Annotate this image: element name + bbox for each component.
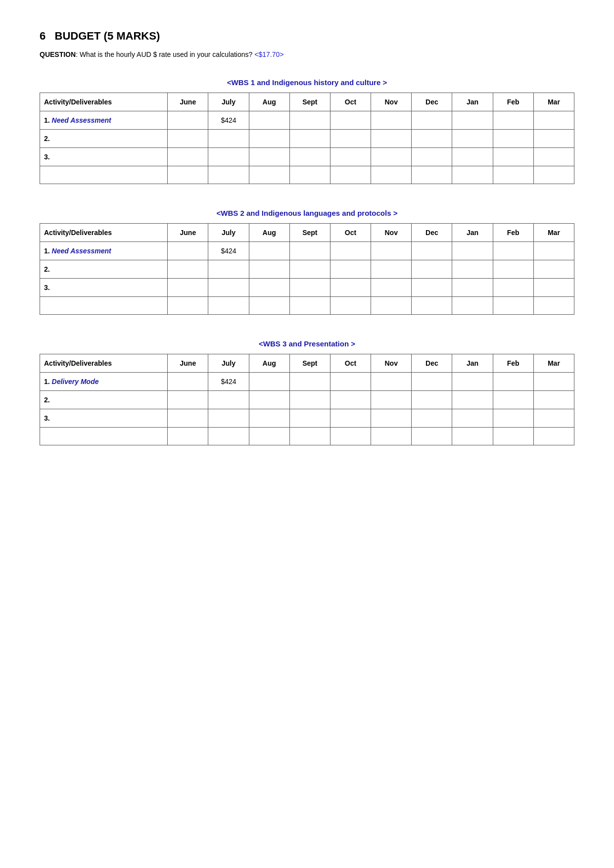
cell-3-4 — [330, 297, 371, 315]
cell-2-7 — [452, 279, 493, 297]
col-header-7: Dec — [412, 354, 452, 373]
cell-2-6 — [412, 409, 452, 428]
row-activity-2: 3. — [40, 279, 168, 297]
cell-0-0 — [168, 242, 208, 260]
cell-1-2 — [249, 130, 289, 148]
cell-2-6 — [412, 279, 452, 297]
cell-3-7 — [452, 428, 493, 445]
cell-3-9 — [533, 428, 574, 445]
cell-3-4 — [330, 166, 371, 184]
cell-1-5 — [371, 130, 412, 148]
table-row-2: 3. — [40, 148, 574, 166]
col-header-6: Nov — [371, 354, 412, 373]
cell-0-8 — [493, 373, 533, 391]
cell-3-1 — [208, 297, 249, 315]
cell-0-5 — [371, 111, 412, 130]
cell-2-9 — [533, 279, 574, 297]
tables-container: <WBS 1 and Indigenous history and cultur… — [40, 78, 574, 445]
section-number: 6 — [40, 30, 46, 42]
row-activity-2: 3. — [40, 148, 168, 166]
table-row-2: 3. — [40, 279, 574, 297]
col-header-8: Jan — [452, 93, 493, 111]
cell-0-6 — [412, 373, 452, 391]
table-row-0: 1. Need Assessment$424 — [40, 111, 574, 130]
cell-2-3 — [289, 279, 330, 297]
table-1: Activity/DeliverablesJuneJulyAugSeptOctN… — [40, 93, 574, 184]
row-activity-0: 1. Need Assessment — [40, 242, 168, 260]
cell-3-9 — [533, 297, 574, 315]
cell-1-0 — [168, 130, 208, 148]
row-activity-3 — [40, 166, 168, 184]
table-heading-2: <WBS 2 and Indigenous languages and prot… — [40, 209, 574, 217]
row-label-0: Need Assessment — [50, 247, 111, 255]
cell-2-1 — [208, 148, 249, 166]
table-row-3 — [40, 166, 574, 184]
cell-2-3 — [289, 409, 330, 428]
cell-0-3 — [289, 111, 330, 130]
cell-0-1: $424 — [208, 111, 249, 130]
col-header-2: July — [208, 354, 249, 373]
cell-1-1 — [208, 130, 249, 148]
cell-0-5 — [371, 373, 412, 391]
row-activity-1: 2. — [40, 260, 168, 279]
cell-0-4 — [330, 111, 371, 130]
col-header-0: Activity/Deliverables — [40, 93, 168, 111]
cell-1-2 — [249, 260, 289, 279]
col-header-5: Oct — [330, 224, 371, 242]
cell-2-4 — [330, 279, 371, 297]
col-header-0: Activity/Deliverables — [40, 224, 168, 242]
cell-1-8 — [493, 260, 533, 279]
row-num-0: 1. — [44, 116, 50, 124]
cell-0-1: $424 — [208, 373, 249, 391]
cell-0-7 — [452, 242, 493, 260]
cell-1-8 — [493, 130, 533, 148]
col-header-10: Mar — [533, 224, 574, 242]
cell-1-8 — [493, 391, 533, 409]
cell-2-8 — [493, 148, 533, 166]
cell-0-8 — [493, 242, 533, 260]
cell-2-1 — [208, 409, 249, 428]
cell-2-0 — [168, 148, 208, 166]
cell-0-6 — [412, 111, 452, 130]
cell-0-3 — [289, 242, 330, 260]
cell-1-9 — [533, 391, 574, 409]
table-heading-3: <WBS 3 and Presentation > — [40, 339, 574, 348]
table-3: Activity/DeliverablesJuneJulyAugSeptOctN… — [40, 354, 574, 445]
cell-2-2 — [249, 148, 289, 166]
cell-3-8 — [493, 166, 533, 184]
cell-3-3 — [289, 166, 330, 184]
cell-0-9 — [533, 242, 574, 260]
cell-3-0 — [168, 166, 208, 184]
col-header-1: June — [168, 224, 208, 242]
cell-3-5 — [371, 428, 412, 445]
cell-3-1 — [208, 166, 249, 184]
cell-2-5 — [371, 279, 412, 297]
cell-2-8 — [493, 279, 533, 297]
cell-1-4 — [330, 391, 371, 409]
cell-0-0 — [168, 111, 208, 130]
cell-0-5 — [371, 242, 412, 260]
col-header-6: Nov — [371, 93, 412, 111]
cell-2-1 — [208, 279, 249, 297]
cell-1-1 — [208, 260, 249, 279]
cell-0-2 — [249, 373, 289, 391]
row-activity-2: 3. — [40, 409, 168, 428]
cell-2-6 — [412, 148, 452, 166]
cell-0-3 — [289, 373, 330, 391]
cell-3-6 — [412, 166, 452, 184]
cell-1-3 — [289, 130, 330, 148]
col-header-9: Feb — [493, 93, 533, 111]
cell-1-5 — [371, 391, 412, 409]
cell-1-6 — [412, 130, 452, 148]
col-header-8: Jan — [452, 354, 493, 373]
row-activity-0: 1. Delivery Mode — [40, 373, 168, 391]
cell-1-4 — [330, 130, 371, 148]
cell-2-5 — [371, 409, 412, 428]
cell-1-3 — [289, 391, 330, 409]
cell-0-6 — [412, 242, 452, 260]
cell-0-7 — [452, 373, 493, 391]
table-row-3 — [40, 428, 574, 445]
cell-2-9 — [533, 148, 574, 166]
col-header-4: Sept — [289, 93, 330, 111]
cell-1-6 — [412, 260, 452, 279]
